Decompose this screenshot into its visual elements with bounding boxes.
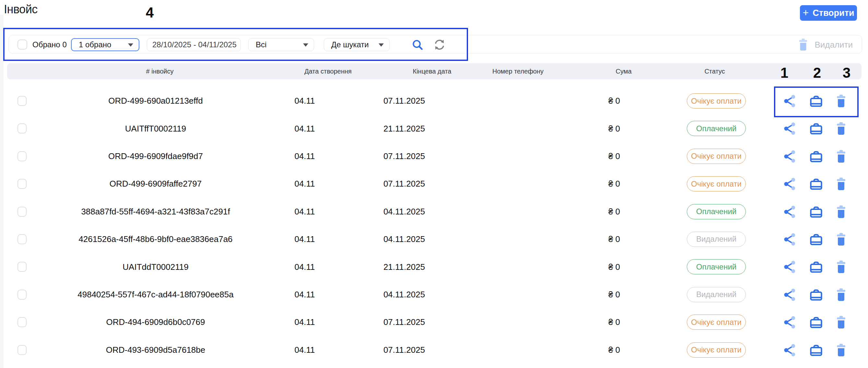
- row-checkbox[interactable]: [18, 262, 27, 272]
- share-icon: [783, 260, 797, 274]
- invoice-id: ORD-494-6909d6b0c0769: [42, 308, 269, 336]
- briefcase-button[interactable]: [809, 287, 823, 302]
- create-button-label: Створити: [813, 8, 854, 18]
- table-row: UAITddT0002119 04.11 21.11.2025 ₴ 0 Опла…: [0, 253, 868, 280]
- phone-number: [469, 115, 566, 142]
- created-date: 04.11: [272, 336, 337, 364]
- delete-row-button[interactable]: [835, 287, 849, 302]
- invoice-amount: ₴ 0: [582, 308, 647, 336]
- row-checkbox[interactable]: [18, 317, 27, 327]
- trash-icon: [835, 315, 847, 330]
- delete-row-button[interactable]: [835, 232, 849, 247]
- phone-number: [469, 281, 566, 308]
- briefcase-icon: [809, 343, 824, 358]
- status-badge: Очікує оплати: [687, 176, 746, 192]
- invoice-amount: ₴ 0: [582, 142, 647, 170]
- row-checkbox[interactable]: [18, 290, 27, 300]
- briefcase-button[interactable]: [809, 260, 823, 274]
- share-button[interactable]: [783, 204, 797, 219]
- share-icon: [783, 232, 797, 247]
- create-button[interactable]: + Створити: [800, 5, 857, 21]
- end-date: 07.11.2025: [355, 336, 453, 364]
- refresh-button[interactable]: [433, 38, 446, 51]
- select-all-checkbox[interactable]: [18, 39, 27, 49]
- refresh-icon: [433, 38, 446, 51]
- created-date: 04.11: [272, 308, 337, 336]
- share-button[interactable]: [783, 94, 797, 108]
- delete-row-button[interactable]: [835, 121, 849, 136]
- end-date: 07.11.2025: [355, 308, 453, 336]
- row-checkbox[interactable]: [18, 207, 27, 217]
- share-button[interactable]: [783, 287, 797, 302]
- invoice-id: ORD-499-6909faffe2797: [42, 170, 269, 198]
- table-row: ORD-493-6909d5a7618be 04.11 07.11.2025 ₴…: [0, 336, 868, 364]
- row-checkbox[interactable]: [18, 345, 27, 355]
- annotation-number-4: 4: [146, 4, 154, 21]
- row-checkbox[interactable]: [18, 179, 27, 189]
- briefcase-icon: [809, 121, 824, 136]
- invoice-table-body: ORD-499-690a01213effd 04.11 07.11.2025 ₴…: [0, 87, 868, 364]
- delete-row-button[interactable]: [835, 204, 849, 219]
- share-button[interactable]: [783, 260, 797, 274]
- status-filter-select[interactable]: Всі: [248, 38, 314, 51]
- share-button[interactable]: [783, 176, 797, 192]
- chevron-down-icon: [303, 43, 308, 47]
- status-badge: Очікує оплати: [687, 93, 746, 108]
- share-icon: [783, 121, 797, 136]
- trash-icon: [835, 94, 847, 108]
- phone-number: [469, 142, 566, 170]
- briefcase-button[interactable]: [809, 176, 823, 192]
- end-date: 04.11.2025: [355, 198, 453, 226]
- invoice-id: UAITffT0002119: [42, 115, 269, 142]
- briefcase-button[interactable]: [809, 121, 823, 136]
- share-button[interactable]: [783, 343, 797, 358]
- filter-toolbar: Обрано 0 1 обрано Всі Де шукати: [8, 35, 862, 54]
- delete-row-button[interactable]: [835, 343, 849, 358]
- briefcase-button[interactable]: [809, 204, 823, 219]
- row-checkbox[interactable]: [18, 96, 27, 106]
- search-button[interactable]: [411, 38, 424, 51]
- row-checkbox[interactable]: [18, 151, 27, 161]
- invoice-amount: ₴ 0: [582, 336, 647, 364]
- delete-row-button[interactable]: [835, 149, 849, 164]
- status-badge: Оплачений: [687, 259, 746, 274]
- share-button[interactable]: [783, 121, 797, 136]
- invoice-id: ORD-499-6909fdae9f9d7: [42, 142, 269, 170]
- row-checkbox[interactable]: [18, 234, 27, 244]
- share-icon: [783, 287, 797, 302]
- invoice-amount: ₴ 0: [582, 253, 647, 280]
- briefcase-button[interactable]: [809, 232, 823, 247]
- invoice-amount: ₴ 0: [582, 115, 647, 142]
- bulk-delete-button[interactable]: Видалити: [797, 35, 853, 54]
- delete-row-button[interactable]: [835, 94, 849, 108]
- created-date: 04.11: [272, 198, 337, 226]
- row-checkbox[interactable]: [18, 124, 27, 133]
- date-range-input[interactable]: [147, 38, 241, 51]
- search-scope-select[interactable]: Де шукати: [324, 38, 390, 51]
- created-date: 04.11: [272, 87, 337, 115]
- bulk-action-select[interactable]: 1 обрано: [71, 38, 140, 51]
- column-header-phone: Номер телефону: [469, 63, 566, 79]
- status-badge: Очікує оплати: [687, 314, 746, 330]
- delete-row-button[interactable]: [835, 176, 849, 192]
- briefcase-button[interactable]: [809, 149, 823, 164]
- briefcase-button[interactable]: [809, 94, 823, 108]
- share-icon: [783, 204, 797, 219]
- status-filter-value: Всі: [249, 40, 267, 49]
- annotation-number-1: 1: [780, 65, 788, 81]
- briefcase-icon: [809, 149, 824, 164]
- delete-row-button[interactable]: [835, 315, 849, 330]
- trash-icon: [835, 287, 847, 302]
- briefcase-button[interactable]: [809, 315, 823, 330]
- share-button[interactable]: [783, 315, 797, 330]
- delete-row-button[interactable]: [835, 260, 849, 274]
- chevron-down-icon: [379, 43, 384, 47]
- share-button[interactable]: [783, 232, 797, 247]
- share-icon: [783, 149, 797, 164]
- briefcase-button[interactable]: [809, 343, 823, 358]
- briefcase-icon: [809, 287, 824, 302]
- table-row: UAITffT0002119 04.11 21.11.2025 ₴ 0 Опла…: [0, 115, 868, 142]
- end-date: 21.11.2025: [355, 253, 453, 280]
- table-row: 4261526a-45ff-48b6-9bf0-eae3836ea7a6 04.…: [0, 226, 868, 253]
- share-button[interactable]: [783, 149, 797, 164]
